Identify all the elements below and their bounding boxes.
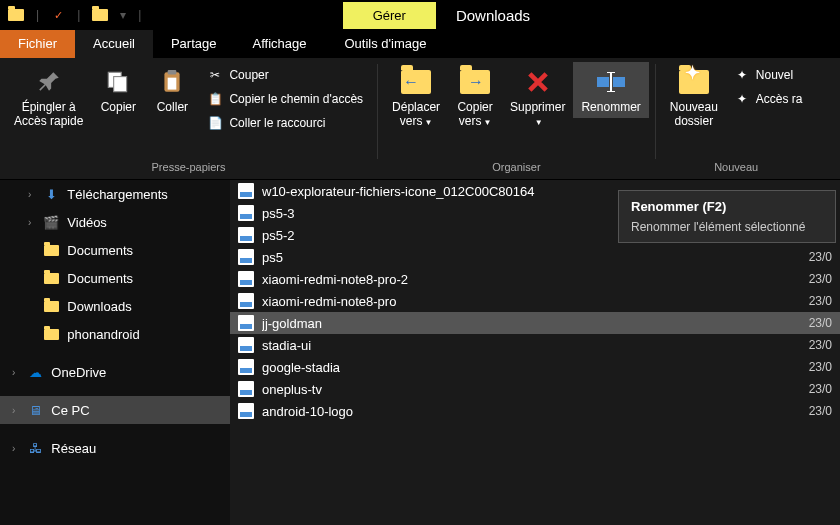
- image-file-icon: [238, 359, 254, 375]
- tab-image-tools[interactable]: Outils d'image: [324, 30, 446, 58]
- copy-path-button[interactable]: 📋 Copier le chemin d'accès: [203, 88, 367, 110]
- sidebar-item-downloads[interactable]: ›Downloads: [0, 292, 230, 320]
- sidebar-item-documents[interactable]: ›Documents: [0, 236, 230, 264]
- path-icon: 📋: [207, 91, 223, 107]
- new-item-button[interactable]: ✦ Nouvel: [730, 64, 807, 86]
- file-row[interactable]: android-10-logo23/0: [230, 400, 840, 422]
- file-row[interactable]: oneplus-tv23/0: [230, 378, 840, 400]
- quick-access-toolbar: | ✓ | ▾ |: [0, 8, 149, 22]
- sidebar-item-documents[interactable]: ›Documents: [0, 264, 230, 292]
- onedrive-icon: ☁: [27, 364, 43, 380]
- ribbon-group-new: ✦ Nouveau dossier ✦ Nouvel ✦ Accès ra No…: [656, 58, 817, 179]
- image-file-icon: [238, 337, 254, 353]
- new-folder-button[interactable]: ✦ Nouveau dossier: [662, 62, 726, 133]
- sidebar-item-onedrive[interactable]: ›☁OneDrive: [0, 358, 230, 386]
- file-row[interactable]: jj-goldman23/0: [230, 312, 840, 334]
- navigation-pane: ›⬇Téléchargements›🎬Vidéos›Documents›Docu…: [0, 180, 230, 525]
- svg-rect-5: [597, 77, 609, 87]
- ribbon-tabs: Fichier Accueil Partage Affichage Outils…: [0, 30, 840, 58]
- shortcut-icon: 📄: [207, 115, 223, 131]
- rename-icon: [595, 66, 627, 98]
- tab-view[interactable]: Affichage: [234, 30, 324, 58]
- folder-icon: [43, 326, 59, 342]
- image-file-icon: [238, 381, 254, 397]
- pin-icon: [33, 66, 65, 98]
- svg-rect-1: [114, 77, 127, 92]
- tab-home[interactable]: Accueil: [75, 30, 153, 58]
- rename-button[interactable]: Renommer: [573, 62, 648, 118]
- sidebar-item-téléchargements[interactable]: ›⬇Téléchargements: [0, 180, 230, 208]
- video-icon: 🎬: [43, 214, 59, 230]
- titlebar: | ✓ | ▾ | Gérer Downloads: [0, 0, 840, 30]
- download-icon: ⬇: [43, 186, 59, 202]
- cut-button[interactable]: ✂ Couper: [203, 64, 367, 86]
- image-file-icon: [238, 227, 254, 243]
- network-icon: 🖧: [27, 440, 43, 456]
- image-file-icon: [238, 403, 254, 419]
- move-to-button[interactable]: ← Déplacer vers▼: [384, 62, 448, 133]
- delete-button[interactable]: Supprimer▼: [502, 62, 573, 133]
- folder-icon: [43, 270, 59, 286]
- ribbon-group-organize: ← Déplacer vers▼ → Copier vers▼ Supprime…: [378, 58, 655, 179]
- image-file-icon: [238, 183, 254, 199]
- file-row[interactable]: xiaomi-redmi-note8-pro-223/0: [230, 268, 840, 290]
- folder-icon: [43, 242, 59, 258]
- image-file-icon: [238, 271, 254, 287]
- delete-icon: [522, 66, 554, 98]
- svg-rect-4: [168, 70, 177, 74]
- svg-rect-6: [613, 77, 625, 87]
- check-icon[interactable]: ✓: [51, 8, 65, 22]
- paste-button[interactable]: Coller: [145, 62, 199, 118]
- sidebar-item-ce-pc[interactable]: ›🖥Ce PC: [0, 396, 230, 424]
- rename-tooltip: Renommer (F2) Renommer l'élément sélecti…: [618, 190, 836, 243]
- move-to-icon: ←: [400, 66, 432, 98]
- tab-share[interactable]: Partage: [153, 30, 235, 58]
- folder-icon[interactable]: [92, 9, 108, 21]
- ribbon: Épingler à Accès rapide Copier Coller ✂ …: [0, 58, 840, 180]
- file-row[interactable]: stadia-ui23/0: [230, 334, 840, 356]
- copy-button[interactable]: Copier: [91, 62, 145, 118]
- pc-icon: 🖥: [27, 402, 43, 418]
- file-row[interactable]: ps523/0: [230, 246, 840, 268]
- easy-access-icon: ✦: [734, 91, 750, 107]
- svg-rect-3: [168, 78, 177, 90]
- new-item-icon: ✦: [734, 67, 750, 83]
- new-folder-icon: ✦: [678, 66, 710, 98]
- manage-tab[interactable]: Gérer: [343, 2, 436, 29]
- clipboard-small-list: ✂ Couper 📋 Copier le chemin d'accès 📄 Co…: [199, 62, 371, 136]
- ribbon-group-clipboard: Épingler à Accès rapide Copier Coller ✂ …: [0, 58, 377, 179]
- tab-file[interactable]: Fichier: [0, 30, 75, 58]
- window-title: Downloads: [436, 7, 550, 24]
- folder-icon[interactable]: [8, 9, 24, 21]
- paste-icon: [156, 66, 188, 98]
- scissors-icon: ✂: [207, 67, 223, 83]
- paste-shortcut-button[interactable]: 📄 Coller le raccourci: [203, 112, 367, 134]
- image-file-icon: [238, 249, 254, 265]
- sidebar-item-vidéos[interactable]: ›🎬Vidéos: [0, 208, 230, 236]
- copy-icon: [102, 66, 134, 98]
- image-file-icon: [238, 205, 254, 221]
- new-small-list: ✦ Nouvel ✦ Accès ra: [726, 62, 811, 112]
- sidebar-item-phonandroid[interactable]: ›phonandroid: [0, 320, 230, 348]
- pin-button[interactable]: Épingler à Accès rapide: [6, 62, 91, 133]
- image-file-icon: [238, 293, 254, 309]
- copy-to-button[interactable]: → Copier vers▼: [448, 62, 502, 133]
- folder-icon: [43, 298, 59, 314]
- file-row[interactable]: google-stadia23/0: [230, 356, 840, 378]
- easy-access-button[interactable]: ✦ Accès ra: [730, 88, 807, 110]
- sidebar-item-réseau[interactable]: ›🖧Réseau: [0, 434, 230, 462]
- copy-to-icon: →: [459, 66, 491, 98]
- image-file-icon: [238, 315, 254, 331]
- file-row[interactable]: xiaomi-redmi-note8-pro23/0: [230, 290, 840, 312]
